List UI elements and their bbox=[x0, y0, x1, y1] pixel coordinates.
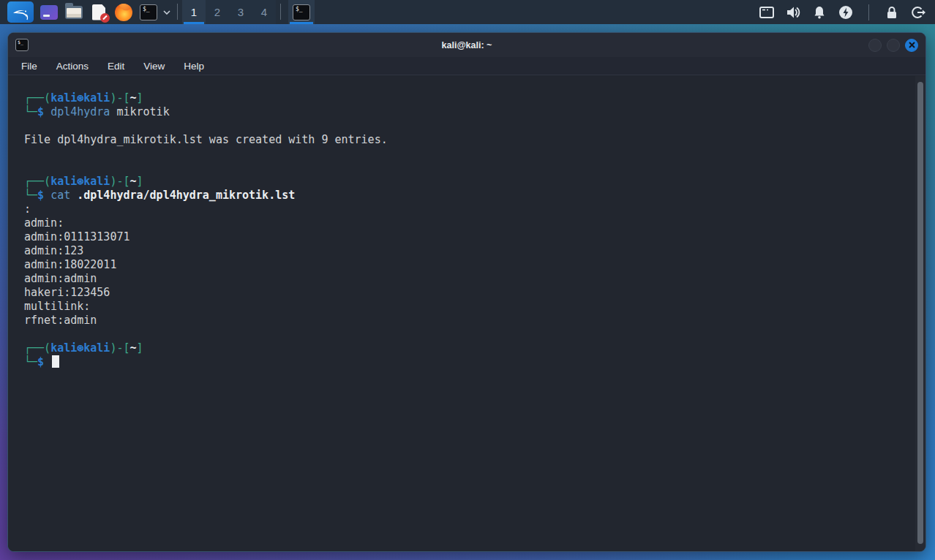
terminal-text: hakeri:123456 bbox=[24, 286, 110, 299]
terminal-window: $_ kali@kali: ~ File Actions Edit View H… bbox=[7, 32, 926, 552]
terminal-launcher[interactable]: $_ bbox=[136, 0, 161, 24]
top-panel: $_ 1 2 3 4 $_ bbox=[0, 0, 935, 24]
edit-badge-icon bbox=[100, 13, 110, 23]
panel-separator bbox=[280, 4, 281, 20]
taskbar-terminal-window[interactable]: $_ bbox=[288, 0, 315, 24]
terminal-text: admin:0111313071 bbox=[24, 230, 130, 243]
terminal-cursor bbox=[52, 355, 59, 368]
menu-bar: File Actions Edit View Help bbox=[8, 57, 925, 75]
terminal-text: rfnet:admin bbox=[24, 314, 97, 327]
panel-separator bbox=[177, 4, 178, 20]
terminal-text: ] bbox=[137, 91, 143, 105]
file-manager-icon bbox=[65, 6, 83, 19]
firefox-launcher[interactable] bbox=[111, 0, 136, 24]
workspace-1[interactable]: 1 bbox=[182, 0, 206, 24]
terminal-text: )-[ bbox=[110, 91, 129, 105]
terminal-text: ┌──( bbox=[24, 91, 50, 105]
window-title: kali@kali: ~ bbox=[8, 40, 925, 50]
workspace-3[interactable]: 3 bbox=[229, 0, 252, 24]
workspace-4[interactable]: 4 bbox=[252, 0, 276, 24]
scrollbar-thumb[interactable] bbox=[917, 82, 923, 544]
terminal-text: ~ bbox=[130, 341, 137, 355]
window-terminal-icon: $_ bbox=[15, 39, 29, 51]
terminal-text: $ bbox=[37, 189, 50, 202]
terminal-text: .dpl4hydra/dpl4hydra_mikrotik.lst bbox=[77, 189, 295, 202]
terminal-text: admin:admin bbox=[24, 272, 97, 285]
terminal-text: kali⊛kali bbox=[50, 175, 110, 188]
system-tray bbox=[759, 0, 935, 24]
power-manager-icon bbox=[838, 5, 853, 20]
kali-dragon-icon bbox=[12, 4, 29, 21]
terminal-text: : bbox=[24, 203, 31, 216]
terminal-text: ] bbox=[137, 341, 143, 355]
file-manager-launcher[interactable] bbox=[61, 0, 86, 24]
terminal-lines: ┌──(kali⊛kali)-[~]└─$ dpl4hydra mikrotik… bbox=[8, 76, 915, 369]
menu-edit[interactable]: Edit bbox=[108, 61, 124, 72]
terminal-text: └─ bbox=[24, 355, 37, 368]
terminal-text: admin:18022011 bbox=[24, 258, 116, 271]
menu-view[interactable]: View bbox=[143, 61, 165, 72]
terminal-text: multilink: bbox=[24, 300, 90, 313]
notifications-bell-icon bbox=[814, 6, 825, 19]
lock-screen-button[interactable] bbox=[884, 4, 900, 20]
terminal-text: ~ bbox=[130, 91, 137, 105]
logout-icon bbox=[912, 6, 925, 19]
terminal-text: ┌──( bbox=[24, 175, 50, 188]
minimize-button[interactable] bbox=[868, 39, 882, 52]
apps-window-icon bbox=[40, 5, 58, 20]
menu-actions[interactable]: Actions bbox=[56, 61, 89, 72]
terminal-text: )-[ bbox=[110, 341, 129, 355]
terminal-text: )-[ bbox=[110, 175, 129, 188]
terminal-text: admin: bbox=[24, 216, 64, 230]
terminal-text: $ bbox=[37, 355, 50, 368]
terminal-icon: $_ bbox=[293, 4, 310, 20]
title-bar[interactable]: $_ kali@kali: ~ bbox=[8, 33, 925, 57]
menu-help[interactable]: Help bbox=[184, 61, 204, 72]
terminal-text: ~ bbox=[130, 175, 137, 188]
terminal-text: ] bbox=[137, 175, 143, 188]
panel-launchers: $_ bbox=[0, 0, 173, 24]
window-controls bbox=[868, 39, 918, 52]
launcher-dropdown[interactable] bbox=[161, 0, 173, 24]
terminal-text: ┌──( bbox=[24, 341, 50, 355]
scrollbar-track[interactable] bbox=[915, 76, 925, 551]
terminal-text: File dpl4hydra_mikrotik.lst was created … bbox=[24, 133, 388, 146]
tray-window-button[interactable] bbox=[759, 4, 775, 20]
workspace-switcher: 1 2 3 4 bbox=[182, 0, 276, 24]
terminal-text: kali⊛kali bbox=[50, 341, 110, 355]
terminal-screen[interactable]: ┌──(kali⊛kali)-[~]└─$ dpl4hydra mikrotik… bbox=[8, 76, 915, 551]
apps-window-launcher[interactable] bbox=[37, 0, 61, 24]
terminal-text: cat bbox=[50, 189, 77, 202]
volume-button[interactable] bbox=[785, 4, 801, 20]
terminal-text: kali⊛kali bbox=[50, 91, 110, 105]
terminal-text: dpl4hydra bbox=[50, 105, 110, 118]
terminal-text: $ bbox=[37, 105, 50, 118]
lock-icon bbox=[886, 6, 898, 19]
terminal-icon: $_ bbox=[140, 4, 157, 20]
terminal-text: └─ bbox=[24, 189, 37, 202]
terminal-text: mikrotik bbox=[110, 105, 169, 118]
logout-button[interactable] bbox=[910, 4, 926, 20]
close-button[interactable] bbox=[905, 39, 918, 52]
notifications-button[interactable] bbox=[811, 4, 827, 20]
menu-file[interactable]: File bbox=[21, 61, 37, 72]
power-manager-button[interactable] bbox=[838, 4, 854, 20]
tray-window-icon bbox=[759, 7, 774, 18]
workspace-2[interactable]: 2 bbox=[206, 0, 229, 24]
firefox-icon bbox=[115, 4, 132, 21]
tray-separator bbox=[868, 4, 869, 20]
text-editor-launcher[interactable] bbox=[86, 0, 111, 24]
desktop: { "panel": { "workspaces": ["1", "2", "3… bbox=[0, 0, 935, 560]
close-icon bbox=[909, 42, 915, 48]
terminal-text: admin:123 bbox=[24, 244, 83, 257]
terminal-text: └─ bbox=[24, 105, 37, 118]
volume-icon bbox=[786, 6, 800, 19]
maximize-button[interactable] bbox=[887, 39, 900, 52]
chevron-down-icon bbox=[163, 10, 170, 15]
kali-menu-button[interactable] bbox=[7, 1, 34, 23]
